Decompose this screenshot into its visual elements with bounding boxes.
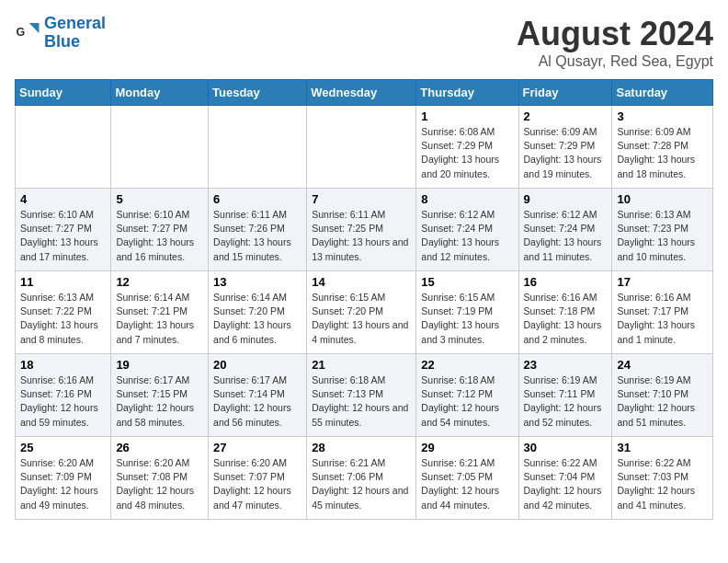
logo: G General Blue [15, 15, 106, 52]
day-number: 18 [20, 358, 106, 372]
day-number: 13 [213, 275, 301, 289]
day-number: 23 [524, 358, 608, 372]
day-info: Sunrise: 6:16 AMSunset: 7:16 PMDaylight:… [20, 373, 106, 430]
day-info: Sunrise: 6:19 AMSunset: 7:10 PMDaylight:… [617, 373, 708, 430]
logo-icon: G [15, 20, 40, 46]
day-number: 26 [116, 441, 203, 454]
month-year: August 2024 [517, 15, 713, 53]
day-info: Sunrise: 6:09 AMSunset: 7:29 PMDaylight:… [524, 125, 608, 181]
calendar-table: SundayMondayTuesdayWednesdayThursdayFrid… [15, 79, 713, 520]
day-info: Sunrise: 6:13 AMSunset: 7:22 PMDaylight:… [20, 291, 106, 347]
calendar-week-row: 18Sunrise: 6:16 AMSunset: 7:16 PMDayligh… [16, 354, 713, 437]
day-number: 20 [213, 358, 301, 372]
day-info: Sunrise: 6:21 AMSunset: 7:06 PMDaylight:… [312, 456, 411, 512]
calendar-cell: 3Sunrise: 6:09 AMSunset: 7:28 PMDaylight… [612, 106, 713, 189]
calendar-cell: 26Sunrise: 6:20 AMSunset: 7:08 PMDayligh… [111, 437, 209, 520]
weekday-header-friday: Friday [518, 80, 612, 106]
day-number: 3 [617, 109, 708, 123]
calendar-cell: 10Sunrise: 6:13 AMSunset: 7:23 PMDayligh… [612, 189, 713, 271]
day-number: 24 [617, 358, 708, 372]
day-info: Sunrise: 6:18 AMSunset: 7:12 PMDaylight:… [421, 373, 513, 430]
calendar-week-row: 11Sunrise: 6:13 AMSunset: 7:22 PMDayligh… [16, 271, 713, 354]
day-info: Sunrise: 6:16 AMSunset: 7:17 PMDaylight:… [617, 291, 708, 347]
day-number: 6 [213, 192, 301, 206]
day-number: 2 [524, 109, 608, 123]
day-info: Sunrise: 6:12 AMSunset: 7:24 PMDaylight:… [524, 208, 608, 264]
logo-line2: Blue [44, 32, 80, 51]
day-number: 15 [421, 275, 513, 289]
day-info: Sunrise: 6:10 AMSunset: 7:27 PMDaylight:… [116, 208, 203, 264]
day-info: Sunrise: 6:22 AMSunset: 7:04 PMDaylight:… [524, 456, 608, 512]
weekday-header-sunday: Sunday [16, 80, 111, 106]
calendar-cell [209, 106, 307, 189]
calendar-cell: 5Sunrise: 6:10 AMSunset: 7:27 PMDaylight… [111, 189, 209, 271]
calendar-week-row: 1Sunrise: 6:08 AMSunset: 7:29 PMDaylight… [16, 106, 713, 189]
title-block: August 2024 Al Qusayr, Red Sea, Egypt [517, 15, 713, 70]
calendar-cell: 21Sunrise: 6:18 AMSunset: 7:13 PMDayligh… [307, 354, 416, 437]
day-number: 12 [116, 275, 203, 289]
calendar-week-row: 25Sunrise: 6:20 AMSunset: 7:09 PMDayligh… [16, 437, 713, 520]
svg-text:G: G [17, 26, 26, 39]
calendar-cell [16, 106, 111, 189]
day-info: Sunrise: 6:14 AMSunset: 7:21 PMDaylight:… [116, 291, 203, 347]
day-info: Sunrise: 6:17 AMSunset: 7:15 PMDaylight:… [116, 373, 203, 430]
day-number: 10 [617, 192, 708, 206]
calendar-cell: 13Sunrise: 6:14 AMSunset: 7:20 PMDayligh… [209, 271, 307, 354]
weekday-header-row: SundayMondayTuesdayWednesdayThursdayFrid… [16, 80, 713, 106]
calendar-cell [307, 106, 416, 189]
day-info: Sunrise: 6:08 AMSunset: 7:29 PMDaylight:… [421, 125, 513, 181]
calendar-cell: 25Sunrise: 6:20 AMSunset: 7:09 PMDayligh… [16, 437, 111, 520]
weekday-header-monday: Monday [111, 80, 209, 106]
calendar-cell: 14Sunrise: 6:15 AMSunset: 7:20 PMDayligh… [307, 271, 416, 354]
day-info: Sunrise: 6:22 AMSunset: 7:03 PMDaylight:… [617, 456, 708, 512]
day-info: Sunrise: 6:10 AMSunset: 7:27 PMDaylight:… [20, 208, 106, 264]
day-number: 16 [524, 275, 608, 289]
weekday-header-wednesday: Wednesday [307, 80, 416, 106]
calendar-cell: 20Sunrise: 6:17 AMSunset: 7:14 PMDayligh… [209, 354, 307, 437]
weekday-header-saturday: Saturday [612, 80, 713, 106]
day-info: Sunrise: 6:16 AMSunset: 7:18 PMDaylight:… [524, 291, 608, 347]
calendar-cell: 11Sunrise: 6:13 AMSunset: 7:22 PMDayligh… [16, 271, 111, 354]
day-info: Sunrise: 6:15 AMSunset: 7:19 PMDaylight:… [421, 291, 513, 347]
calendar-cell: 19Sunrise: 6:17 AMSunset: 7:15 PMDayligh… [111, 354, 209, 437]
calendar-cell: 6Sunrise: 6:11 AMSunset: 7:26 PMDaylight… [209, 189, 307, 271]
day-info: Sunrise: 6:19 AMSunset: 7:11 PMDaylight:… [524, 373, 608, 430]
day-number: 11 [20, 275, 106, 289]
location: Al Qusayr, Red Sea, Egypt [517, 53, 713, 70]
calendar-cell: 15Sunrise: 6:15 AMSunset: 7:19 PMDayligh… [416, 271, 518, 354]
day-info: Sunrise: 6:11 AMSunset: 7:26 PMDaylight:… [213, 208, 301, 264]
weekday-header-thursday: Thursday [416, 80, 518, 106]
day-number: 27 [213, 441, 301, 454]
calendar-cell: 8Sunrise: 6:12 AMSunset: 7:24 PMDaylight… [416, 189, 518, 271]
day-number: 25 [20, 441, 106, 454]
day-number: 9 [524, 192, 608, 206]
day-number: 4 [20, 192, 106, 206]
calendar-cell: 23Sunrise: 6:19 AMSunset: 7:11 PMDayligh… [518, 354, 612, 437]
day-number: 1 [421, 109, 513, 123]
weekday-header-tuesday: Tuesday [209, 80, 307, 106]
day-number: 7 [312, 192, 411, 206]
day-info: Sunrise: 6:21 AMSunset: 7:05 PMDaylight:… [421, 456, 513, 512]
day-number: 31 [617, 441, 708, 454]
calendar-cell: 1Sunrise: 6:08 AMSunset: 7:29 PMDaylight… [416, 106, 518, 189]
day-info: Sunrise: 6:11 AMSunset: 7:25 PMDaylight:… [312, 208, 411, 264]
day-info: Sunrise: 6:18 AMSunset: 7:13 PMDaylight:… [312, 373, 411, 430]
day-info: Sunrise: 6:09 AMSunset: 7:28 PMDaylight:… [617, 125, 708, 181]
day-info: Sunrise: 6:20 AMSunset: 7:09 PMDaylight:… [20, 456, 106, 512]
calendar-cell [111, 106, 209, 189]
day-number: 5 [116, 192, 203, 206]
logo-text: General Blue [44, 15, 106, 52]
day-number: 17 [617, 275, 708, 289]
calendar-cell: 2Sunrise: 6:09 AMSunset: 7:29 PMDaylight… [518, 106, 612, 189]
day-info: Sunrise: 6:15 AMSunset: 7:20 PMDaylight:… [312, 291, 411, 347]
day-number: 22 [421, 358, 513, 372]
calendar-cell: 7Sunrise: 6:11 AMSunset: 7:25 PMDaylight… [307, 189, 416, 271]
logo-line1: General [44, 14, 106, 32]
calendar-cell: 12Sunrise: 6:14 AMSunset: 7:21 PMDayligh… [111, 271, 209, 354]
calendar-cell: 27Sunrise: 6:20 AMSunset: 7:07 PMDayligh… [209, 437, 307, 520]
day-number: 28 [312, 441, 411, 454]
calendar-cell: 28Sunrise: 6:21 AMSunset: 7:06 PMDayligh… [307, 437, 416, 520]
calendar-cell: 31Sunrise: 6:22 AMSunset: 7:03 PMDayligh… [612, 437, 713, 520]
day-number: 8 [421, 192, 513, 206]
day-number: 21 [312, 358, 411, 372]
